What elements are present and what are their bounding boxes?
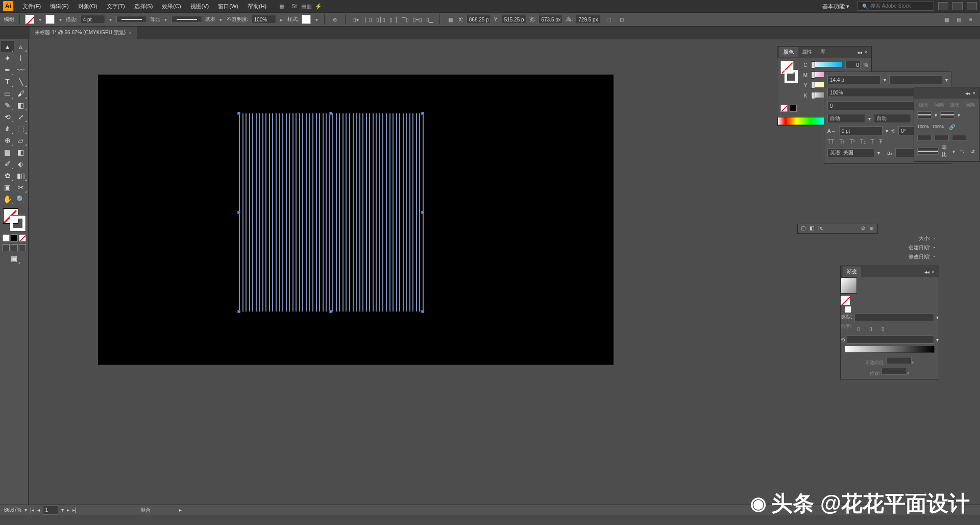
edit-icon[interactable]: ▤ <box>953 14 964 25</box>
nav-dd[interactable]: ▾ <box>61 507 64 513</box>
align-to-icon[interactable]: ⊡ <box>617 14 627 25</box>
subscript-icon[interactable]: T₁ <box>860 138 866 145</box>
menu-effect[interactable]: 效果(C) <box>158 1 185 12</box>
workspace-switcher[interactable]: 基本功能 ▾ <box>818 1 853 12</box>
window-close-button[interactable] <box>967 2 977 10</box>
blend-tool[interactable]: ⬖ <box>14 158 27 170</box>
document-tab[interactable]: 未标题-1* @ 66.67% (CMYK/GPU 预览) × <box>30 27 137 39</box>
rotate-tool[interactable]: ⟲ <box>1 111 14 123</box>
mesh-tool[interactable]: ▦ <box>1 147 14 158</box>
fill-stroke-proxy[interactable] <box>3 208 26 231</box>
panel-collapse-icon[interactable]: ◂◂ <box>857 50 862 55</box>
stroke-proxy[interactable] <box>10 216 26 231</box>
gradient-tab[interactable]: 渐变 <box>843 267 861 277</box>
dash1[interactable] <box>917 135 932 141</box>
align-hcenter-icon[interactable]: ▯┃▯ <box>376 15 385 24</box>
gradient-type-select[interactable] <box>854 313 934 321</box>
zoom-dd[interactable]: ▾ <box>24 507 27 513</box>
gradient-mode-swatch[interactable] <box>11 234 18 242</box>
align-top-icon[interactable]: ▔▯ <box>401 15 410 24</box>
appearance-trash-icon[interactable]: 🗑 <box>869 225 874 231</box>
zoom-tool[interactable]: 🔍 <box>14 194 27 205</box>
flip-h-icon[interactable]: ⇋ <box>958 146 966 156</box>
scale-tool[interactable]: ⤢ <box>14 111 27 123</box>
stock-search-input[interactable]: 🔍 搜索 Adobe Stock <box>857 2 934 11</box>
menu-edit[interactable]: 编辑(E) <box>46 1 73 12</box>
menu-view[interactable]: 视图(V) <box>186 1 213 12</box>
opacity-field[interactable]: 100% <box>827 88 916 97</box>
curvature-tool[interactable]: 〰 <box>14 64 27 76</box>
bw-swatch[interactable] <box>790 105 797 112</box>
allcaps-icon[interactable]: TT <box>827 138 834 145</box>
fill-dropdown[interactable]: ▾ <box>37 15 42 24</box>
panel-stroke-proxy[interactable] <box>785 70 798 83</box>
variable-width-profile[interactable] <box>116 16 147 23</box>
stroke-weight-dd[interactable]: ▾ <box>108 15 113 24</box>
opacity-input[interactable] <box>252 15 276 24</box>
cap-butt[interactable] <box>917 111 932 118</box>
draw-normal[interactable] <box>3 244 10 251</box>
fill-swatch[interactable] <box>25 15 34 24</box>
none-mode-swatch[interactable] <box>19 234 26 242</box>
width-tool[interactable]: ⋔ <box>1 123 14 134</box>
nav-last-icon[interactable]: ▸| <box>72 507 77 513</box>
gradient-stroke-proxy[interactable] <box>845 306 852 313</box>
hand-tool[interactable]: ✋ <box>1 194 14 205</box>
appearance-clear-icon[interactable]: ⊘ <box>861 225 865 231</box>
gradient-ramp[interactable] <box>845 346 935 353</box>
artboard-tool[interactable]: ▣ <box>1 182 14 193</box>
type-tool[interactable]: T <box>1 76 14 87</box>
language-field[interactable]: 英语: 美国 <box>827 148 874 157</box>
stroke-swatch[interactable] <box>45 15 55 24</box>
dash2[interactable] <box>952 135 966 141</box>
smallcaps-icon[interactable]: Tr <box>839 138 844 145</box>
library-tab[interactable]: 库 <box>816 47 829 57</box>
window-minimize-button[interactable] <box>938 2 948 10</box>
bridge-icon[interactable]: ▦ <box>278 2 286 10</box>
cap-round[interactable] <box>940 111 954 118</box>
window-maximize-button[interactable] <box>952 2 963 10</box>
align-right-icon[interactable]: ▯▕ <box>388 15 398 24</box>
gstroke-2[interactable]: ▯ <box>866 323 876 333</box>
shape-builder-tool[interactable]: ⊕ <box>1 135 14 146</box>
gradient-angle-input[interactable] <box>847 336 934 344</box>
leading-field2[interactable]: 自动 <box>874 114 912 123</box>
line-tool[interactable]: ╲ <box>14 76 27 87</box>
link-icon[interactable]: 🔗 <box>947 122 957 132</box>
slice-tool[interactable]: ✂ <box>14 182 27 193</box>
appearance-grad-icon[interactable]: ◧ <box>810 225 814 231</box>
menu-select[interactable]: 选择(S) <box>130 1 157 12</box>
tab-close-icon[interactable]: × <box>129 30 132 36</box>
transform-icon[interactable]: ▦ <box>445 14 455 25</box>
attributes-tab[interactable]: 属性 <box>798 47 816 57</box>
y-input[interactable] <box>502 15 526 24</box>
panel-close-icon[interactable]: × <box>864 50 867 55</box>
font-size-field[interactable]: 14.4 p <box>827 75 880 84</box>
stop-opacity[interactable] <box>886 357 912 364</box>
nav-prev-icon[interactable]: ◂ <box>37 507 40 513</box>
gradient-preview[interactable] <box>841 277 857 294</box>
status-play-icon[interactable]: ▸ <box>179 507 182 513</box>
stop-position[interactable] <box>881 368 907 375</box>
menu-help[interactable]: 帮助(H) <box>243 1 271 12</box>
zoom-level[interactable]: 66.67% <box>4 507 21 513</box>
gpu-icon[interactable]: ⚡ <box>314 2 323 10</box>
gradient-none[interactable] <box>841 296 850 305</box>
pen-tool[interactable]: ✒ <box>1 64 14 76</box>
status-mode[interactable]: 混合 <box>140 507 151 514</box>
appearance-fx-icon[interactable]: fx. <box>818 225 824 231</box>
zero-field[interactable]: 0 <box>827 101 916 110</box>
free-transform-tool[interactable]: ⬚ <box>14 123 27 134</box>
color-tab[interactable]: 颜色 <box>779 47 798 57</box>
tracking-field[interactable]: 0 pt <box>839 126 883 135</box>
align-bottom-icon[interactable]: ▯▁ <box>425 15 434 24</box>
stroke-dropdown[interactable]: ▾ <box>58 15 63 24</box>
artboard-page-input[interactable] <box>43 506 58 515</box>
draw-behind[interactable] <box>11 244 18 251</box>
gstroke-1[interactable]: ▯ <box>853 323 864 333</box>
lasso-tool[interactable]: ⌇ <box>14 53 27 64</box>
eraser-tool[interactable]: ◧ <box>14 100 27 111</box>
direct-selection-tool[interactable]: ▵ <box>14 41 27 52</box>
color-mode-swatch[interactable] <box>3 234 10 242</box>
arrange-icon[interactable]: ▤▥ <box>302 2 310 10</box>
